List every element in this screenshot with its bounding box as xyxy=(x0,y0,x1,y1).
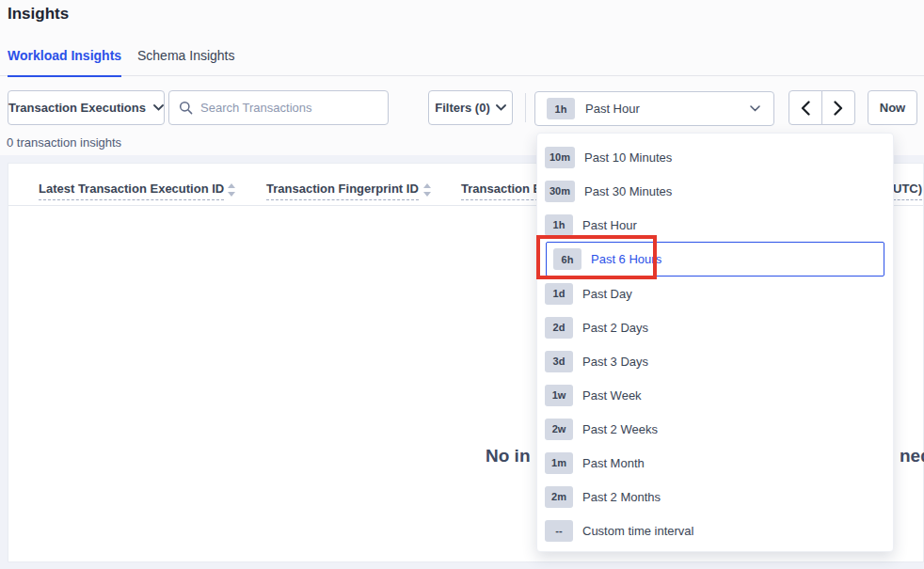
chevron-down-icon xyxy=(496,104,506,111)
interval-badge: 6h xyxy=(553,248,581,270)
column-header-transaction-fingerprint-id[interactable]: Transaction Fingerprint ID xyxy=(266,182,419,200)
time-option-label: Past 2 Days xyxy=(582,321,648,335)
time-option-label: Past 2 Months xyxy=(582,490,661,504)
time-option-label: Past 10 Minutes xyxy=(584,150,672,165)
tab-workload-insights[interactable]: Workload Insights xyxy=(8,48,121,77)
column-header-time-utc[interactable]: UTC) xyxy=(893,182,922,200)
time-option-[interactable]: --Custom time interval xyxy=(537,514,893,547)
empty-state-text-left: No in xyxy=(486,446,531,466)
transaction-type-select[interactable]: Transaction Executions xyxy=(8,90,165,125)
interval-badge: 2w xyxy=(545,419,573,440)
interval-badge: -- xyxy=(545,520,573,542)
time-option-1d[interactable]: 1dPast Day xyxy=(537,277,893,310)
chevron-down-icon xyxy=(750,105,760,112)
time-option-label: Past Week xyxy=(582,388,642,403)
interval-badge: 1h xyxy=(545,214,573,236)
tab-schema-insights[interactable]: Schema Insights xyxy=(137,48,235,75)
page-title: Insights xyxy=(8,5,69,24)
next-interval-button[interactable] xyxy=(821,90,855,125)
now-button[interactable]: Now xyxy=(868,90,917,125)
time-option-label: Past 6 Hours xyxy=(591,252,661,266)
chevron-right-icon xyxy=(834,101,843,116)
sort-icon[interactable] xyxy=(423,183,431,197)
interval-badge: 10m xyxy=(545,147,575,168)
time-option-1h[interactable]: 1hPast Hour xyxy=(537,208,893,242)
time-option-label: Past Day xyxy=(582,287,632,301)
time-option-label: Past 3 Days xyxy=(582,355,648,369)
time-option-label: Past 30 Minutes xyxy=(584,184,672,198)
time-option-6h[interactable]: 6hPast 6 Hours xyxy=(546,242,884,277)
chevron-down-icon xyxy=(153,104,164,111)
filters-label: Filters (0) xyxy=(435,101,490,115)
time-interval-dropdown: 10mPast 10 Minutes30mPast 30 Minutes1hPa… xyxy=(536,133,894,552)
time-option-30m[interactable]: 30mPast 30 Minutes xyxy=(537,174,893,208)
time-option-2d[interactable]: 2dPast 2 Days xyxy=(537,310,893,344)
chevron-left-icon xyxy=(801,101,810,116)
time-option-3d[interactable]: 3dPast 3 Days xyxy=(537,344,893,378)
interval-badge: 1m xyxy=(545,452,573,474)
time-option-label: Past Month xyxy=(582,456,645,470)
time-option-1m[interactable]: 1mPast Month xyxy=(537,446,893,480)
search-icon xyxy=(179,101,193,115)
transaction-type-label: Transaction Executions xyxy=(8,101,146,115)
column-header-latest-transaction-execution-id[interactable]: Latest Transaction Execution ID xyxy=(39,182,224,200)
time-interval-label: Past Hour xyxy=(585,102,640,116)
toolbar-divider xyxy=(525,93,526,122)
interval-badge: 3d xyxy=(545,351,573,372)
interval-badge: 30m xyxy=(545,181,575,202)
column-header-transaction-execution[interactable]: Transaction Ex xyxy=(461,182,548,200)
tab-bar: Workload Insights Schema Insights xyxy=(0,41,924,76)
time-interval-select[interactable]: 1h Past Hour xyxy=(534,91,774,126)
time-option-label: Past Hour xyxy=(582,218,637,232)
time-option-1w[interactable]: 1wPast Week xyxy=(537,378,893,412)
interval-badge: 2m xyxy=(545,486,573,508)
time-option-2m[interactable]: 2mPast 2 Months xyxy=(537,480,893,514)
sort-icon[interactable] xyxy=(228,183,235,197)
previous-interval-button[interactable] xyxy=(789,90,822,125)
empty-state-text-right: ned. xyxy=(900,446,924,466)
time-option-2w[interactable]: 2wPast 2 Weeks xyxy=(537,412,893,446)
time-pager xyxy=(789,90,855,125)
time-interval-badge: 1h xyxy=(547,98,575,119)
filters-button[interactable]: Filters (0) xyxy=(428,90,513,125)
interval-badge: 2d xyxy=(545,317,573,339)
search-box[interactable] xyxy=(168,90,389,125)
insights-count: 0 transaction insights xyxy=(7,135,121,150)
interval-badge: 1d xyxy=(545,283,573,305)
search-input[interactable] xyxy=(200,101,378,115)
interval-badge: 1w xyxy=(545,385,573,406)
time-option-10m[interactable]: 10mPast 10 Minutes xyxy=(537,140,893,174)
time-option-label: Past 2 Weeks xyxy=(582,422,658,436)
time-option-label: Custom time interval xyxy=(582,524,693,538)
